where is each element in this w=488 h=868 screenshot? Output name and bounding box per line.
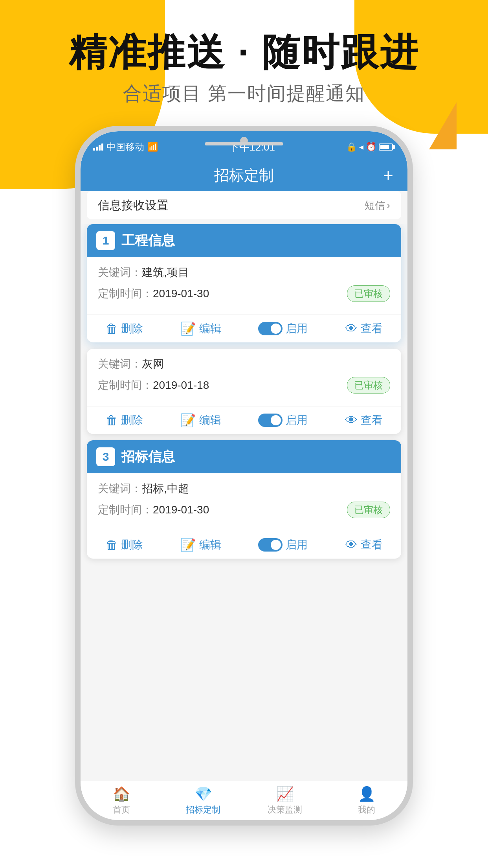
phone-mockup: 中国移动 📶 下午12:01 🔒 ◂ ⏰	[75, 126, 413, 826]
profile-icon: 👤	[358, 786, 376, 802]
card-2-actions: 🗑 删除 📝 编辑 启用 👁 查看	[87, 406, 401, 434]
enable-label-1: 启用	[286, 321, 308, 336]
card-1-title: 工程信息	[121, 232, 175, 250]
delete-label-3: 删除	[121, 537, 143, 552]
delete-icon-3: 🗑	[105, 538, 118, 552]
card-2-keywords-row: 关键词：灰网	[98, 357, 390, 371]
card-3-time: 定制时间：2019-01-30	[98, 502, 209, 517]
wifi-icon: 📶	[147, 142, 158, 152]
delete-button-1[interactable]: 🗑 删除	[105, 321, 143, 336]
view-label-2: 查看	[361, 413, 383, 428]
card-3-title: 招标信息	[121, 448, 175, 466]
status-bar: 中国移动 📶 下午12:01 🔒 ◂ ⏰	[81, 131, 407, 160]
card-1-badge: 已审核	[347, 285, 390, 302]
content-area: 1 工程信息 关键词：建筑,项目 定制时间：2019-01-30 已审核	[81, 224, 407, 781]
card-1-header: 1 工程信息	[87, 224, 401, 257]
card-3-badge: 已审核	[347, 502, 390, 518]
nav-label-bidding: 招标定制	[186, 804, 220, 816]
alarm-icon: ⏰	[366, 142, 376, 152]
delete-icon-1: 🗑	[105, 322, 118, 336]
enable-button-3[interactable]: 启用	[258, 537, 308, 552]
delete-label-2: 删除	[121, 413, 143, 428]
edit-icon-1: 📝	[180, 321, 196, 336]
phone-notch	[205, 142, 283, 145]
enable-label-3: 启用	[286, 537, 308, 552]
edit-button-2[interactable]: 📝 编辑	[180, 413, 221, 428]
toggle-1[interactable]	[258, 322, 283, 335]
card-1: 1 工程信息 关键词：建筑,项目 定制时间：2019-01-30 已审核	[87, 224, 401, 342]
edit-icon-2: 📝	[180, 413, 196, 428]
delete-label-1: 删除	[121, 321, 143, 336]
edit-label-1: 编辑	[199, 321, 221, 336]
nav-item-bidding[interactable]: 💎 招标定制	[162, 786, 244, 816]
card-3-time-row: 定制时间：2019-01-30 已审核	[98, 502, 390, 518]
card-2-time-row: 定制时间：2019-01-18 已审核	[98, 377, 390, 394]
nav-item-profile[interactable]: 👤 我的	[326, 786, 407, 816]
bg-triangle	[429, 102, 457, 149]
card-1-number: 1	[96, 231, 115, 250]
monitor-icon: 📈	[276, 786, 294, 802]
toggle-2[interactable]	[258, 414, 283, 427]
card-3-number: 3	[96, 447, 115, 466]
signal-icon	[93, 143, 103, 151]
card-1-actions: 🗑 删除 📝 编辑 启用 👁 查看	[87, 314, 401, 342]
phone-body: 中国移动 📶 下午12:01 🔒 ◂ ⏰	[75, 126, 413, 826]
hero-title: 精准推送 · 随时跟进	[0, 31, 488, 73]
nav-label-profile: 我的	[358, 804, 375, 816]
enable-button-1[interactable]: 启用	[258, 321, 308, 336]
edit-icon-3: 📝	[180, 537, 196, 552]
add-button[interactable]: +	[383, 166, 393, 185]
hero-dot: ·	[238, 31, 250, 73]
card-3-header: 3 招标信息	[87, 440, 401, 473]
view-button-3[interactable]: 👁 查看	[345, 537, 383, 552]
home-icon: 🏠	[113, 786, 130, 802]
enable-button-2[interactable]: 启用	[258, 413, 308, 428]
enable-label-2: 启用	[286, 413, 308, 428]
edit-button-3[interactable]: 📝 编辑	[180, 537, 221, 552]
lock-icon: 🔒	[346, 142, 357, 152]
hero-title-part2: 随时跟进	[262, 31, 419, 73]
view-icon-1: 👁	[345, 322, 358, 336]
view-button-1[interactable]: 👁 查看	[345, 321, 383, 336]
nav-title: 招标定制	[214, 166, 274, 186]
toggle-3[interactable]	[258, 538, 283, 552]
delete-icon-2: 🗑	[105, 413, 118, 428]
card-3-keywords-row: 关键词：招标,中超	[98, 481, 390, 496]
info-settings-label: 信息接收设置	[98, 197, 169, 213]
view-icon-3: 👁	[345, 538, 358, 552]
delete-button-2[interactable]: 🗑 删除	[105, 413, 143, 428]
nav-bar: 招标定制 +	[81, 160, 407, 191]
battery-icon	[379, 143, 395, 151]
card-2: 关键词：灰网 定制时间：2019-01-18 已审核 🗑 删除	[87, 349, 401, 434]
card-3-body: 关键词：招标,中超 定制时间：2019-01-30 已审核	[87, 473, 401, 528]
card-1-time-label: 定制时间：2019-01-30	[98, 286, 209, 301]
card-3-keywords: 关键词：招标,中超	[98, 481, 189, 496]
info-settings-row[interactable]: 信息接收设置 短信 ›	[87, 191, 401, 219]
bottom-nav: 🏠 首页 💎 招标定制 📈 决策监测 👤 我的	[81, 781, 407, 820]
view-icon-2: 👁	[345, 413, 358, 428]
status-right: 🔒 ◂ ⏰	[346, 142, 395, 152]
card-2-time: 定制时间：2019-01-18	[98, 378, 209, 393]
card-2-body: 关键词：灰网 定制时间：2019-01-18 已审核	[87, 349, 401, 403]
status-left: 中国移动 📶	[93, 141, 158, 153]
nav-item-home[interactable]: 🏠 首页	[81, 786, 162, 816]
info-settings-value: 短信 ›	[365, 199, 390, 212]
hero-subtitle: 合适项目 第一时间提醒通知	[0, 81, 488, 106]
card-1-keywords-label: 关键词：建筑,项目	[98, 265, 189, 280]
nav-label-monitor: 决策监测	[268, 804, 302, 816]
edit-label-2: 编辑	[199, 413, 221, 428]
view-label-1: 查看	[361, 321, 383, 336]
card-2-badge: 已审核	[347, 377, 390, 394]
view-label-3: 查看	[361, 537, 383, 552]
card-1-time-row: 定制时间：2019-01-30 已审核	[98, 285, 390, 302]
edit-label-3: 编辑	[199, 537, 221, 552]
nav-label-home: 首页	[113, 804, 130, 816]
edit-button-1[interactable]: 📝 编辑	[180, 321, 221, 336]
card-3: 3 招标信息 关键词：招标,中超 定制时间：2019-01-30 已审核	[87, 440, 401, 559]
delete-button-3[interactable]: 🗑 删除	[105, 537, 143, 552]
view-button-2[interactable]: 👁 查看	[345, 413, 383, 428]
hero-title-part1: 精准推送	[69, 31, 226, 73]
nav-item-monitor[interactable]: 📈 决策监测	[244, 786, 326, 816]
phone-screen: 中国移动 📶 下午12:01 🔒 ◂ ⏰	[81, 131, 407, 820]
location-icon: ◂	[359, 142, 363, 152]
